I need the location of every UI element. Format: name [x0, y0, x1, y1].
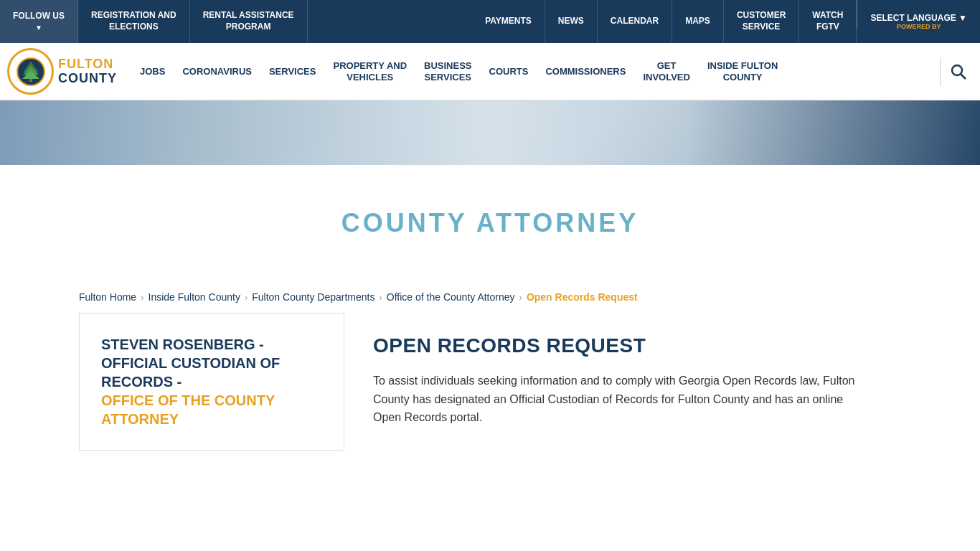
nav-property-line1: PROPERTY AND	[333, 60, 407, 72]
maps-label: MAPS	[685, 16, 710, 27]
follow-us-button[interactable]: FOLLOW US ▼	[0, 0, 78, 43]
breadcrumb-open-records: Open Records Request	[527, 291, 638, 303]
main-navigation: FULTON COUNTY JOBS CORONAVIRUS SERVICES …	[0, 43, 980, 100]
hero-banner	[0, 100, 980, 165]
registration-elections-button[interactable]: REGISTRATION ANDELECTIONS	[78, 0, 190, 43]
customer-service-label: CUSTOMERSERVICE	[737, 10, 786, 32]
news-button[interactable]: NEWS	[545, 0, 598, 43]
sidebar-title-highlight: OFFICE OF THE COUNTY ATTORNEY	[101, 392, 275, 427]
nav-property-line2: VEHICLES	[347, 72, 393, 83]
nav-item-jobs[interactable]: JOBS	[131, 43, 174, 100]
breadcrumb-sep-1: ›	[141, 292, 143, 303]
customer-service-button[interactable]: CUSTOMERSERVICE	[724, 0, 799, 43]
breadcrumb-sep-3: ›	[379, 292, 382, 303]
nav-item-coronavirus[interactable]: CORONAVIRUS	[174, 43, 260, 100]
rental-assistance-button[interactable]: RENTAL ASSISTANCEPROGRAM	[190, 0, 308, 43]
nav-business-line2: SERVICES	[425, 72, 472, 83]
nav-item-inside-fulton-county[interactable]: INSIDE FULTON COUNTY	[699, 43, 786, 100]
breadcrumb-departments[interactable]: Fulton County Departments	[252, 291, 374, 303]
content-area: STEVEN ROSENBERG - OFFICIAL CUSTODIAN OF…	[0, 313, 980, 479]
svg-point-5	[952, 65, 962, 75]
language-selector[interactable]: SELECT LANGUAGE ▼ POWERED BY	[857, 0, 980, 43]
calendar-label: CALENDAR	[611, 16, 659, 27]
logo-fulton: FULTON	[58, 57, 117, 72]
follow-us-chevron: ▼	[35, 23, 42, 32]
nav-business-line1: BUSINESS	[424, 60, 471, 72]
sidebar: STEVEN ROSENBERG - OFFICIAL CUSTODIAN OF…	[79, 313, 344, 451]
registration-elections-label: REGISTRATION ANDELECTIONS	[91, 10, 176, 32]
nav-item-courts[interactable]: COURTS	[481, 43, 537, 100]
breadcrumb-county-attorney[interactable]: Office of the County Attorney	[387, 291, 515, 303]
breadcrumb: Fulton Home › Inside Fulton County › Ful…	[0, 281, 980, 313]
search-icon	[951, 64, 966, 80]
powered-by-label: POWERED BY	[897, 23, 941, 30]
language-label: SELECT LANGUAGE ▼	[870, 13, 967, 23]
main-content: OPEN RECORDS REQUEST To assist individua…	[344, 313, 901, 451]
nav-divider	[940, 57, 941, 86]
payments-label: PAYMENTS	[485, 16, 532, 27]
nav-item-business-services[interactable]: BUSINESS SERVICES	[415, 43, 480, 100]
logo[interactable]: FULTON COUNTY	[7, 48, 117, 95]
payments-button[interactable]: PAYMENTS	[472, 0, 545, 43]
content-text: To assist individuals seeking informatio…	[373, 372, 872, 427]
page-title: COUNTY ATTORNEY	[14, 208, 966, 238]
follow-us-label: FOLLOW US	[13, 11, 65, 22]
nav-get-line2: INVOLVED	[643, 72, 690, 83]
watch-fgtv-label: WATCHFGTV	[812, 10, 843, 32]
logo-county: COUNTY	[58, 72, 117, 86]
nav-items-list: JOBS CORONAVIRUS SERVICES PROPERTY AND V…	[131, 43, 936, 100]
calendar-button[interactable]: CALENDAR	[598, 0, 672, 43]
nav-item-commissioners[interactable]: COMMISSIONERS	[537, 43, 634, 100]
nav-item-get-involved[interactable]: GET INVOLVED	[634, 43, 699, 100]
nav-inside-line2: COUNTY	[723, 72, 763, 83]
search-button[interactable]	[944, 57, 973, 86]
logo-circle	[7, 48, 54, 95]
nav-get-line1: GET	[657, 60, 677, 72]
breadcrumb-sep-4: ›	[519, 292, 522, 303]
svg-line-6	[961, 74, 966, 79]
breadcrumb-inside-fulton[interactable]: Inside Fulton County	[149, 291, 240, 303]
sidebar-title: STEVEN ROSENBERG - OFFICIAL CUSTODIAN OF…	[101, 335, 322, 428]
logo-text: FULTON COUNTY	[58, 57, 117, 86]
breadcrumb-fulton-home[interactable]: Fulton Home	[79, 291, 136, 303]
nav-inside-line1: INSIDE FULTON	[707, 60, 778, 72]
watch-fgtv-button[interactable]: WATCHFGTV	[799, 0, 857, 43]
news-label: NEWS	[558, 16, 584, 27]
breadcrumb-sep-2: ›	[245, 292, 248, 303]
nav-item-services[interactable]: SERVICES	[260, 43, 325, 100]
logo-tree-icon	[17, 57, 45, 86]
top-utility-bar: FOLLOW US ▼ REGISTRATION ANDELECTIONS RE…	[0, 0, 980, 43]
rental-assistance-label: RENTAL ASSISTANCEPROGRAM	[203, 10, 294, 32]
nav-item-property-vehicles[interactable]: PROPERTY AND VEHICLES	[324, 43, 415, 100]
content-title: OPEN RECORDS REQUEST	[373, 334, 872, 357]
page-title-section: COUNTY ATTORNEY	[0, 165, 980, 281]
maps-button[interactable]: MAPS	[672, 0, 724, 43]
